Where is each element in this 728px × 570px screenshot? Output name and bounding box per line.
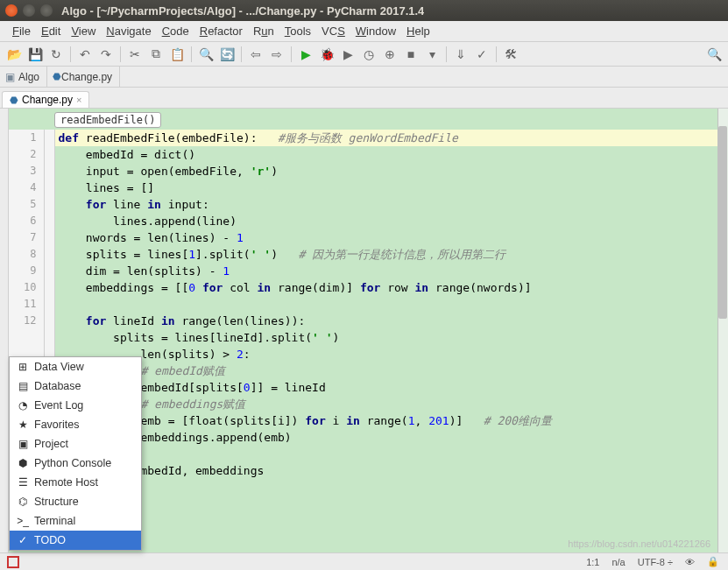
tool-popup-item-todo[interactable]: ✓TODO xyxy=(10,531,141,550)
menu-help[interactable]: Help xyxy=(401,23,435,39)
tool-window-popup: ⊞Data View▤Database◔Event Log★Favorites▣… xyxy=(9,356,142,551)
search-everywhere-button[interactable]: 🔍 xyxy=(705,46,723,63)
line-number: 12 xyxy=(9,313,44,329)
copy-button[interactable]: ⧉ xyxy=(147,46,165,63)
tool-popup-label: Structure xyxy=(34,496,79,508)
event-log-icon: ◔ xyxy=(17,399,29,412)
vcs-update-button[interactable]: ⇓ xyxy=(452,46,470,63)
line-number: 7 xyxy=(9,229,44,246)
tool-popup-item-terminal[interactable]: >_Terminal xyxy=(10,511,141,531)
sync-button[interactable]: ↻ xyxy=(47,46,65,63)
run-config-button[interactable]: ▾ xyxy=(423,46,441,63)
line-separator[interactable]: n/a xyxy=(611,557,625,567)
tool-popup-item-project[interactable]: ▣Project xyxy=(10,434,141,454)
redo-button[interactable]: ↷ xyxy=(97,46,115,63)
line-number: 3 xyxy=(9,163,44,179)
menu-tools[interactable]: Tools xyxy=(279,23,316,39)
run-coverage-button[interactable]: ▶ xyxy=(339,46,357,63)
find-button[interactable]: 🔍 xyxy=(197,46,215,63)
line-number: 6 xyxy=(9,213,44,229)
attach-button[interactable]: ⊕ xyxy=(381,46,399,63)
favorites-icon: ★ xyxy=(17,419,29,431)
profile-button[interactable]: ◷ xyxy=(360,46,378,63)
open-button[interactable]: 📂 xyxy=(5,46,23,63)
tool-popup-item-data-view[interactable]: ⊞Data View xyxy=(10,357,141,376)
tool-windows-toggle[interactable] xyxy=(7,556,19,568)
replace-button[interactable]: 🔄 xyxy=(218,46,236,63)
remote-host-icon: ☰ xyxy=(17,476,29,489)
tool-popup-label: Favorites xyxy=(34,419,79,431)
python-file-icon: ⬣ xyxy=(53,71,61,82)
data-view-icon: ⊞ xyxy=(17,361,29,373)
watermark: https://blog.csdn.net/u014221266 xyxy=(568,538,710,549)
line-number: 2 xyxy=(9,146,44,163)
tool-popup-label: TODO xyxy=(34,534,66,546)
breadcrumb-file-label: Change.py xyxy=(61,71,112,83)
settings-button[interactable]: 🛠 xyxy=(502,46,519,63)
terminal-icon: >_ xyxy=(17,515,29,527)
editor-tabs: ⬣ Change.py × xyxy=(0,88,728,109)
inspections-indicator[interactable]: 👁 xyxy=(685,557,695,567)
menu-run[interactable]: Run xyxy=(248,23,279,39)
save-button[interactable]: 💾 xyxy=(26,46,44,63)
breadcrumb-root[interactable]: ▣ Algo xyxy=(0,67,47,87)
menu-navigate[interactable]: Navigate xyxy=(101,23,156,39)
run-button[interactable]: ▶ xyxy=(297,46,315,63)
tab-label: Change.py xyxy=(22,94,73,106)
breadcrumb-root-label: Algo xyxy=(18,71,39,83)
menu-edit[interactable]: Edit xyxy=(36,23,66,39)
sticky-breadcrumb[interactable]: readEmbedFile() xyxy=(54,112,161,128)
line-number: 1 xyxy=(9,130,44,146)
line-number: 4 xyxy=(9,179,44,196)
tool-popup-label: Terminal xyxy=(34,515,75,527)
tool-popup-item-python-console[interactable]: ⬢Python Console xyxy=(10,454,141,473)
tool-popup-label: Python Console xyxy=(34,457,111,469)
caret-position[interactable]: 1:1 xyxy=(586,557,599,567)
todo-icon: ✓ xyxy=(17,534,29,546)
undo-button[interactable]: ↶ xyxy=(76,46,94,63)
stop-button[interactable]: ■ xyxy=(402,46,420,63)
paste-button[interactable]: 📋 xyxy=(168,46,186,63)
tool-popup-item-database[interactable]: ▤Database xyxy=(10,376,141,396)
menu-window[interactable]: Window xyxy=(350,23,401,39)
window-maximize-button[interactable] xyxy=(40,4,53,17)
status-bar: 1:1 n/a UTF-8 ÷ 👁 🔒 xyxy=(0,552,728,570)
file-encoding[interactable]: UTF-8 ÷ xyxy=(638,557,673,567)
scrollbar-thumb[interactable] xyxy=(718,126,727,319)
python-file-icon: ⬣ xyxy=(10,95,18,106)
breadcrumb-file[interactable]: ⬣ Change.py xyxy=(47,67,120,87)
folder-icon: ▣ xyxy=(5,71,15,83)
vcs-commit-button[interactable]: ✓ xyxy=(473,46,491,63)
tool-popup-label: Data View xyxy=(34,361,84,373)
tool-gutter-left[interactable] xyxy=(0,109,9,552)
tool-popup-item-event-log[interactable]: ◔Event Log xyxy=(10,396,141,415)
back-button[interactable]: ⇦ xyxy=(247,46,265,63)
line-number: 11 xyxy=(9,296,44,313)
menu-code[interactable]: Code xyxy=(157,23,194,39)
window-title: Algo - [~/PycharmProjects/Algo] - .../Ch… xyxy=(61,4,424,18)
lock-icon[interactable]: 🔒 xyxy=(707,556,719,567)
tool-popup-item-remote-host[interactable]: ☰Remote Host xyxy=(10,473,141,492)
line-number: 8 xyxy=(9,246,44,263)
menu-file[interactable]: File xyxy=(7,23,36,39)
vertical-scrollbar[interactable] xyxy=(717,109,728,552)
window-minimize-button[interactable] xyxy=(23,4,35,17)
menu-refactor[interactable]: Refactor xyxy=(194,23,248,39)
tool-popup-item-favorites[interactable]: ★Favorites xyxy=(10,415,141,434)
tab-change-py[interactable]: ⬣ Change.py × xyxy=(2,91,89,108)
line-number: 9 xyxy=(9,263,44,279)
menu-view[interactable]: View xyxy=(66,23,101,39)
python-console-icon: ⬢ xyxy=(17,457,29,469)
cut-button[interactable]: ✂ xyxy=(126,46,144,63)
close-icon[interactable]: × xyxy=(76,95,81,105)
menu-vcs[interactable]: VCS xyxy=(316,23,350,39)
line-number: 10 xyxy=(9,279,44,296)
debug-button[interactable]: 🐞 xyxy=(318,46,336,63)
tool-popup-item-structure[interactable]: ⌬Structure xyxy=(10,492,141,511)
forward-button[interactable]: ⇨ xyxy=(268,46,286,63)
nav-breadcrumb: ▣ Algo ⬣ Change.py xyxy=(0,67,728,88)
project-icon: ▣ xyxy=(17,438,29,450)
structure-icon: ⌬ xyxy=(17,496,29,508)
tool-popup-label: Event Log xyxy=(34,399,83,412)
window-close-button[interactable] xyxy=(5,4,18,17)
